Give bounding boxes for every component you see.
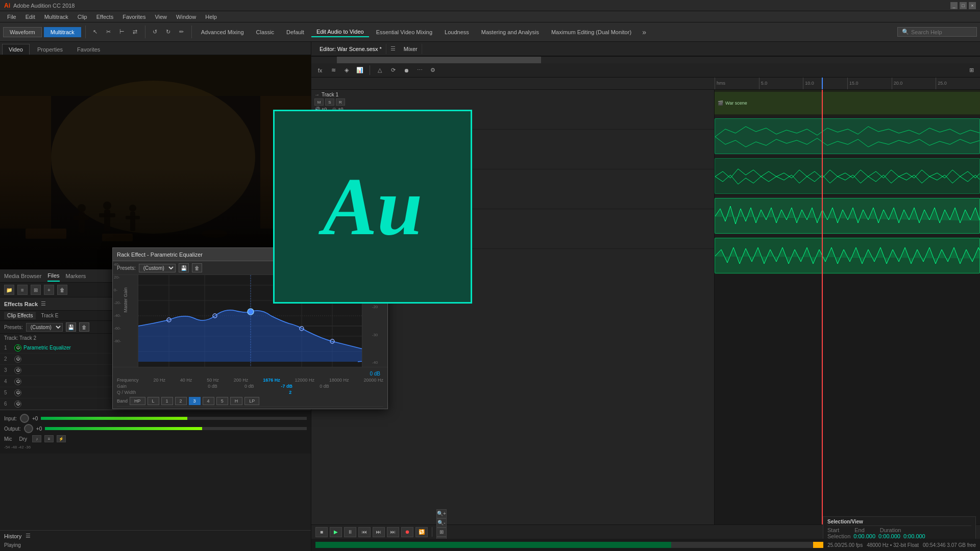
audio-clip-1[interactable]: // Generate waveform lines inline (715, 118, 980, 154)
track-effects-tab[interactable]: Track E (38, 312, 61, 319)
delete-preset-btn[interactable]: 🗑 (79, 322, 89, 332)
track-1-solo[interactable]: S (325, 98, 334, 106)
workspace-max-editing[interactable]: Maximum Editing (Dual Monitor) (546, 28, 636, 37)
menu-window[interactable]: Window (172, 13, 200, 21)
rack-menu-icon[interactable]: ☰ (41, 300, 46, 307)
eq-band-h[interactable]: H (230, 397, 243, 405)
effect-power-2[interactable]: ⏻ (14, 356, 21, 363)
browse-list-btn[interactable]: ≡ (17, 285, 28, 295)
editor-tab-menu[interactable]: ☰ (390, 45, 396, 52)
workspace-edit-audio[interactable]: Edit Audio to Video (311, 27, 369, 37)
browse-add-btn[interactable]: + (44, 285, 54, 295)
track-1-mute[interactable]: M (314, 98, 324, 106)
minimize-btn[interactable]: _ (950, 2, 958, 9)
video-tab[interactable]: Video (2, 44, 30, 55)
eq-delete-preset[interactable]: 🗑 (192, 263, 202, 272)
effect-power-4[interactable]: ⏻ (14, 378, 21, 385)
browse-folder-btn[interactable]: 📁 (4, 285, 14, 295)
eq-band-3[interactable]: 3 (189, 397, 201, 405)
tl-eq-btn[interactable]: ≋ (328, 65, 339, 76)
media-browser-tab[interactable]: Media Browser (4, 271, 41, 281)
tl-meta-btn[interactable]: ◈ (341, 65, 352, 76)
menu-file[interactable]: File (3, 13, 20, 21)
search-help-input[interactable] (911, 29, 972, 35)
eq-band-l[interactable]: L (148, 397, 159, 405)
transport-rewind[interactable]: ⏮ (358, 527, 371, 537)
track-1-arm[interactable]: R (336, 98, 345, 106)
properties-tab[interactable]: Properties (31, 44, 69, 55)
eq-band-2[interactable]: 2 (175, 397, 187, 405)
tl-more-btn[interactable]: ⋯ (414, 65, 425, 76)
mixer-tab[interactable]: Mixer (400, 44, 422, 54)
tl-fx-btn[interactable]: fx (314, 65, 326, 76)
menu-view[interactable]: View (151, 13, 171, 21)
tl-record-arm-btn[interactable]: ⏺ (401, 65, 412, 76)
editor-tab-main[interactable]: Editor: War Scene.sesx * (315, 44, 386, 54)
mic-options[interactable]: ≡ (44, 435, 54, 442)
input-knob[interactable] (20, 414, 29, 423)
tl-settings-btn[interactable]: ⚙ (427, 65, 438, 76)
files-tab[interactable]: Files (47, 270, 59, 282)
tool-move[interactable]: ↖ (90, 27, 101, 38)
tl-snap-btn[interactable]: △ (374, 65, 385, 76)
output-knob[interactable] (24, 424, 33, 433)
workspace-default[interactable]: Default (281, 28, 309, 37)
workspace-mastering[interactable]: Mastering and Analysis (476, 28, 544, 37)
eq-band-5[interactable]: 5 (216, 397, 228, 405)
mic-toggle[interactable]: ♪ (32, 435, 41, 442)
scrollbar-thumb[interactable] (337, 57, 541, 63)
browse-icon-btn[interactable]: ⊞ (31, 285, 41, 295)
effect-power-6[interactable]: ⏻ (14, 400, 21, 408)
presets-select[interactable]: (Custom) (26, 323, 63, 332)
eq-presets-select[interactable]: (Custom) (139, 264, 176, 272)
tool-razor[interactable]: ✂ (103, 27, 114, 38)
menu-favorites[interactable]: Favorites (118, 13, 150, 21)
tool-time-sel[interactable]: ⊢ (116, 27, 128, 38)
workspace-more[interactable]: » (639, 27, 650, 38)
tool-slip[interactable]: ⇄ (130, 27, 141, 38)
menu-effects[interactable]: Effects (92, 13, 117, 21)
zoom-out-btn[interactable]: 🔍- (436, 518, 447, 528)
h-scrollbar-top[interactable] (311, 56, 980, 63)
markers-tab[interactable]: Markers (66, 271, 86, 281)
transport-fast-fwd[interactable]: ⏭ (373, 527, 385, 537)
effect-power-5[interactable]: ⏻ (14, 389, 21, 396)
eq-band-4[interactable]: 4 (203, 397, 214, 405)
tl-loop-btn[interactable]: ⟳ (387, 65, 399, 76)
audio-clip-4[interactable] (715, 238, 980, 273)
workspace-advanced-mixing[interactable]: Advanced Mixing (196, 28, 249, 37)
workspace-loudness[interactable]: Loudness (439, 28, 474, 37)
mic-power[interactable]: ⚡ (57, 435, 66, 442)
transport-to-end[interactable]: ⏭ (387, 527, 399, 537)
effect-power-1[interactable]: ⏻ (14, 344, 21, 352)
menu-edit[interactable]: Edit (21, 13, 39, 21)
transport-pause[interactable]: ⏸ (344, 527, 356, 537)
menu-help[interactable]: Help (201, 13, 221, 21)
workspace-classic[interactable]: Classic (251, 28, 279, 37)
waveform-mode-btn[interactable]: Waveform (3, 27, 42, 37)
tool-undo[interactable]: ↺ (150, 27, 161, 38)
transport-stop[interactable]: ■ (315, 527, 328, 537)
zoom-fit-btn[interactable]: ⊞ (436, 528, 447, 537)
browse-delete-btn[interactable]: 🗑 (57, 285, 67, 295)
menu-multitrack[interactable]: Multitrack (40, 13, 72, 21)
transport-record[interactable]: ⏺ (401, 527, 413, 537)
close-btn[interactable]: × (969, 2, 976, 9)
save-preset-btn[interactable]: 💾 (66, 322, 76, 332)
video-clip[interactable]: 🎬 War scene (715, 92, 980, 114)
transport-loop[interactable]: 🔁 (415, 527, 428, 537)
tl-chart-btn[interactable]: 📊 (354, 65, 365, 76)
favorites-tab[interactable]: Favorites (70, 44, 107, 55)
maximize-btn[interactable]: □ (960, 2, 967, 9)
eq-band-hp[interactable]: HP (130, 397, 145, 405)
eq-band-1[interactable]: 1 (161, 397, 173, 405)
eq-save-preset[interactable]: 💾 (179, 263, 189, 272)
eq-band-lp[interactable]: LP (244, 397, 259, 405)
tl-zoom-fit-btn[interactable]: ⊞ (966, 65, 977, 76)
menu-clip[interactable]: Clip (74, 13, 91, 21)
transport-play[interactable]: ▶ (330, 527, 342, 537)
effect-power-3[interactable]: ⏻ (14, 367, 21, 374)
tool-redo[interactable]: ↻ (163, 27, 174, 38)
multitrack-mode-btn[interactable]: Multitrack (44, 27, 81, 37)
zoom-in-btn[interactable]: 🔍+ (436, 509, 447, 518)
